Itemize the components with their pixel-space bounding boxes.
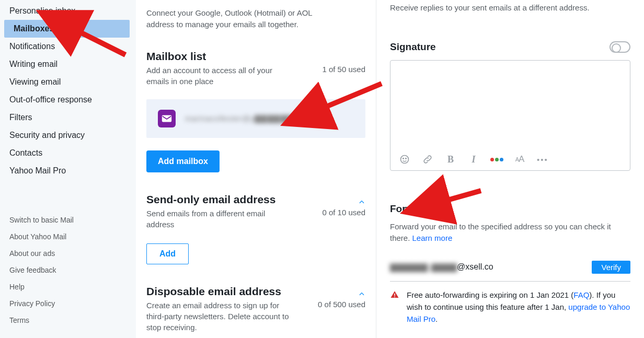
bold-icon[interactable]: B: [445, 154, 456, 165]
sidebar-item-contacts[interactable]: Contacts: [0, 144, 136, 162]
warning-icon: [390, 290, 400, 325]
add-mailbox-button[interactable]: Add mailbox: [146, 150, 220, 172]
font-size-icon[interactable]: AA: [514, 154, 525, 165]
sidebar-item-notifications[interactable]: Notifications: [0, 38, 136, 55]
faq-link[interactable]: FAQ: [573, 290, 589, 299]
disposable-sub: Create an email address to sign up for t…: [146, 300, 293, 333]
mailbox-list-sub: Add an account to access all of your ema…: [146, 65, 282, 87]
sidebar-link-help[interactable]: Help: [9, 278, 126, 295]
emoji-icon[interactable]: [399, 154, 410, 165]
editor-toolbar: B I AA •••: [390, 148, 630, 170]
signature-editor[interactable]: B I AA •••: [390, 60, 630, 171]
learn-more-link[interactable]: Learn more: [412, 234, 453, 242]
disposable-used-count: 0 of 500 used: [318, 300, 365, 309]
sidebar-item-writing-email[interactable]: Writing email: [0, 55, 136, 73]
forwarding-email: ▇▇▇▇▇▇ j▇▇▇▇@xsell.co: [390, 262, 493, 272]
sidebar-link-give-feedback[interactable]: Give feedback: [9, 262, 126, 278]
send-only-title: Send-only email address: [146, 193, 282, 206]
italic-icon[interactable]: I: [468, 154, 479, 165]
sidebar-link-terms[interactable]: Terms: [9, 312, 126, 329]
sidebar-item-yahoo-mail-pro[interactable]: Yahoo Mail Pro: [0, 162, 136, 180]
sidebar-link-basic-mail[interactable]: Switch to basic Mail: [9, 212, 126, 228]
connect-description: Connect your Google, Outlook (Hotmail) o…: [146, 0, 324, 30]
add-send-only-button[interactable]: Add: [146, 243, 189, 264]
verify-button[interactable]: Verify: [592, 261, 630, 274]
mailbox-used-count: 1 of 50 used: [322, 65, 365, 74]
sidebar-item-personalise[interactable]: Personalise inbox: [0, 2, 136, 20]
sidebar-link-about-yahoo[interactable]: About Yahoo Mail: [9, 228, 126, 245]
svg-rect-5: [394, 296, 395, 297]
sidebar-link-about-ads[interactable]: About our ads: [9, 245, 126, 262]
center-column: Connect your Google, Outlook (Hotmail) o…: [136, 0, 376, 338]
forwarding-warning: Free auto-forwarding is expiring on 1 Ja…: [390, 289, 630, 325]
mailbox-row[interactable]: marinacollester@y▇▇▇▇▇▇: [146, 99, 365, 138]
sidebar-link-privacy[interactable]: Privacy Policy: [9, 295, 126, 312]
svg-point-1: [401, 156, 409, 164]
link-icon[interactable]: [422, 154, 433, 165]
svg-rect-4: [394, 293, 395, 296]
reply-to-desc: Receive replies to your sent emails at a…: [390, 0, 630, 12]
sidebar-item-mailboxes[interactable]: Mailboxes: [4, 20, 130, 38]
right-column: Receive replies to your sent emails at a…: [376, 0, 644, 338]
sidebar-item-viewing-email[interactable]: Viewing email: [0, 73, 136, 91]
sidebar-item-filters[interactable]: Filters: [0, 109, 136, 126]
send-only-sub: Send emails from a different email addre…: [146, 208, 282, 230]
sidebar-item-security[interactable]: Security and privacy: [0, 126, 136, 144]
svg-point-3: [406, 158, 407, 159]
sidebar: Personalise inbox Mailboxes Notification…: [0, 0, 136, 338]
svg-point-2: [403, 158, 404, 159]
more-icon[interactable]: •••: [537, 154, 548, 165]
text-color-icon[interactable]: [491, 154, 502, 165]
forwarding-title: Forwarding: [390, 203, 630, 215]
chevron-up-icon[interactable]: [358, 199, 365, 206]
signature-title: Signature: [390, 41, 436, 53]
mailbox-list-title: Mailbox list: [146, 50, 282, 63]
chevron-up-icon[interactable]: [358, 290, 365, 298]
sidebar-item-out-of-office[interactable]: Out-of-office response: [0, 91, 136, 109]
disposable-title: Disposable email address: [146, 285, 293, 298]
yahoo-mail-icon: [158, 110, 176, 127]
mailbox-email-masked: marinacollester@y▇▇▇▇▇▇: [185, 114, 354, 123]
forwarding-desc: Forward your email to the specified addr…: [390, 221, 630, 244]
send-only-used-count: 0 of 10 used: [322, 208, 365, 217]
signature-toggle[interactable]: [610, 41, 630, 53]
